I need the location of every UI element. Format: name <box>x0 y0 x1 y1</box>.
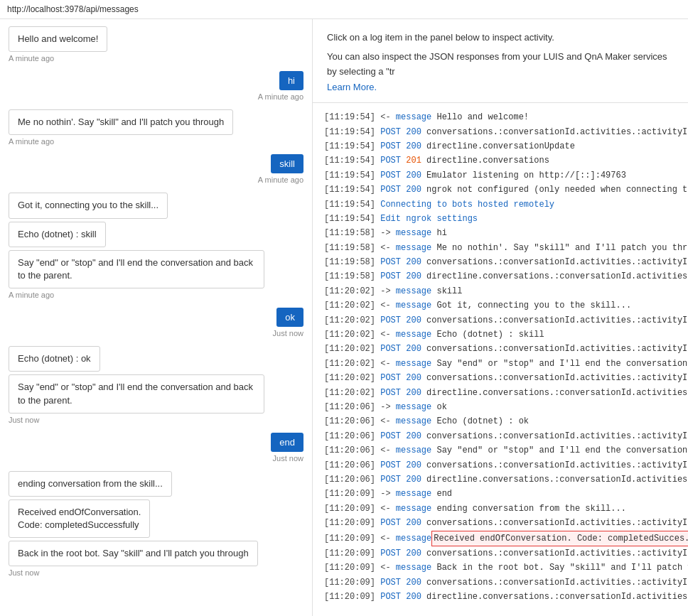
status-code: 200 <box>406 344 421 354</box>
post-label: POST <box>380 578 401 588</box>
post-label: POST <box>380 431 401 441</box>
log-line: [11:19:54] Connecting to bots hosted rem… <box>324 198 677 212</box>
log-link[interactable]: message <box>396 228 431 238</box>
post-label: POST <box>380 127 401 137</box>
chat-message-user: okJust now <box>9 308 303 343</box>
post-label: POST <box>380 549 401 558</box>
post-label: POST <box>380 373 401 383</box>
log-link[interactable]: message <box>396 243 431 253</box>
log-link[interactable]: message <box>396 330 431 340</box>
post-label: POST <box>380 518 401 528</box>
chat-message-bot: Got it, connecting you to the skill... <box>9 193 303 218</box>
log-link[interactable]: message <box>396 416 431 426</box>
post-label: POST <box>380 344 401 354</box>
post-label: POST <box>380 185 401 195</box>
log-line: [11:20:09] <- message Back in the root b… <box>324 561 677 575</box>
post-label: POST <box>380 141 401 151</box>
log-line: [11:19:54] <- message Hello and welcome! <box>324 110 677 124</box>
log-line: [11:19:54] POST 200 directline.conversat… <box>324 139 677 153</box>
log-link[interactable]: message <box>396 359 431 369</box>
chat-timestamp: A minute ago <box>258 175 303 184</box>
status-code: 200 <box>406 373 421 383</box>
main-container: Hello and welcome!A minute agohiA minute… <box>0 19 688 616</box>
post-label: POST <box>380 156 401 166</box>
log-link[interactable]: message <box>396 563 431 573</box>
log-link[interactable]: message <box>396 504 431 514</box>
status-code: 200 <box>406 518 421 528</box>
learn-more-link[interactable]: Learn More. <box>327 82 377 92</box>
log-link[interactable]: message <box>396 286 431 296</box>
chat-timestamp: A minute ago <box>9 291 54 299</box>
log-link[interactable]: Connecting to bots hosted remotely <box>380 200 554 210</box>
post-label: POST <box>380 592 401 602</box>
chat-timestamp: Just now <box>273 329 303 337</box>
chat-message-user: endJust now <box>9 433 303 468</box>
chat-message-bot: Echo (dotnet) : ok <box>9 346 303 372</box>
log-line: [11:20:09] <- message ending conversatio… <box>324 502 677 516</box>
log-line: [11:20:02] POST 200 conversations.:conve… <box>324 313 677 328</box>
log-line: [11:20:02] -> message skill <box>324 284 677 298</box>
chat-message-user: hiA minute ago <box>9 71 303 107</box>
chat-bubble-bot: Got it, connecting you to the skill... <box>9 193 168 218</box>
log-line: [11:20:09] POST 200 directline.conversat… <box>324 590 677 604</box>
log-line: [11:19:58] POST 200 conversations.:conve… <box>324 255 677 269</box>
log-link[interactable]: message <box>396 112 431 122</box>
chat-message-user: skillA minute ago <box>9 154 303 190</box>
url-display: http://localhost:3978/api/messages <box>7 4 139 14</box>
chat-bubble-bot: Hello and welcome! <box>9 26 107 52</box>
log-link[interactable]: message <box>396 489 431 499</box>
status-code: 200 <box>406 549 421 558</box>
log-line: [11:20:06] POST 200 conversations.:conve… <box>324 458 677 472</box>
log-line: [11:20:06] POST 200 directline.conversat… <box>324 472 677 487</box>
chat-message-bot: Hello and welcome!A minute ago <box>9 26 303 68</box>
status-code: 200 <box>406 578 421 588</box>
chat-bubble-bot: Back in the root bot. Say "skill" and I'… <box>9 541 258 566</box>
log-link[interactable]: message <box>396 445 431 455</box>
post-label: POST <box>380 388 401 398</box>
log-line: [11:20:09] POST 200 conversations.:conve… <box>324 576 677 590</box>
post-label: POST <box>380 271 401 281</box>
log-line: [11:20:06] <- message Echo (dotnet) : ok <box>324 414 677 428</box>
log-link[interactable]: Edit ngrok settings <box>380 214 478 224</box>
chat-message-bot: Received endOfConversation. Code: comple… <box>9 499 303 538</box>
chat-message-bot: Me no nothin'. Say "skill" and I'll patc… <box>9 109 303 151</box>
log-link[interactable]: message <box>396 534 431 544</box>
log-line: [11:20:02] POST 200 directline.conversat… <box>324 386 677 400</box>
chat-message-bot: Say "end" or "stop" and I'll end the con… <box>9 374 303 429</box>
status-code: 200 <box>406 592 421 602</box>
log-line: [11:20:02] <- message Echo (dotnet) : sk… <box>324 328 677 342</box>
chat-bubble-user[interactable]: hi <box>279 71 303 90</box>
chat-bubble-bot: Say "end" or "stop" and I'll end the con… <box>9 250 264 288</box>
status-code: 200 <box>406 475 421 485</box>
chat-message-bot: Say "end" or "stop" and I'll end the con… <box>9 250 303 305</box>
log-link[interactable]: message <box>396 301 431 310</box>
log-line: [11:20:06] -> message ok <box>324 400 677 414</box>
status-code: 200 <box>406 185 421 195</box>
post-label: POST <box>380 315 401 325</box>
chat-bubble-bot: Me no nothin'. Say "skill" and I'll patc… <box>9 109 233 135</box>
inspector-info-line1: Click on a log item in the panel below t… <box>327 31 674 45</box>
log-line: [11:20:06] POST 200 conversations.:conve… <box>324 429 677 443</box>
chat-timestamp: A minute ago <box>9 137 54 146</box>
chat-bubble-bot: Received endOfConversation. Code: comple… <box>9 499 150 538</box>
top-bar: http://localhost:3978/api/messages <box>0 0 688 19</box>
chat-timestamp: Just now <box>273 454 303 463</box>
log-link[interactable]: message <box>396 402 431 412</box>
chat-bubble-user[interactable]: end <box>271 433 303 452</box>
post-label: POST <box>380 475 401 485</box>
log-line: [11:20:02] POST 200 conversations.:conve… <box>324 371 677 385</box>
log-line: [11:20:09] <- message Received endOfConv… <box>324 531 677 546</box>
chat-bubble-user[interactable]: ok <box>276 308 303 327</box>
chat-timestamp: Just now <box>9 568 39 577</box>
log-line: [11:19:58] POST 200 directline.conversat… <box>324 269 677 283</box>
chat-bubble-user[interactable]: skill <box>271 154 303 173</box>
log-line: [11:19:54] POST 200 conversations.:conve… <box>324 125 677 139</box>
chat-bubble-bot: ending conversation from the skill... <box>9 471 172 497</box>
log-line: [11:19:54] POST 200 ngrok not configured… <box>324 183 677 197</box>
inspector-info: Click on a log item in the panel below t… <box>313 19 688 103</box>
chat-timestamp: A minute ago <box>9 54 54 63</box>
log-line: [11:20:02] <- message Say "end" or "stop… <box>324 357 677 371</box>
status-code: 200 <box>406 460 421 470</box>
status-code: 200 <box>406 257 421 267</box>
status-code: 200 <box>406 171 421 180</box>
